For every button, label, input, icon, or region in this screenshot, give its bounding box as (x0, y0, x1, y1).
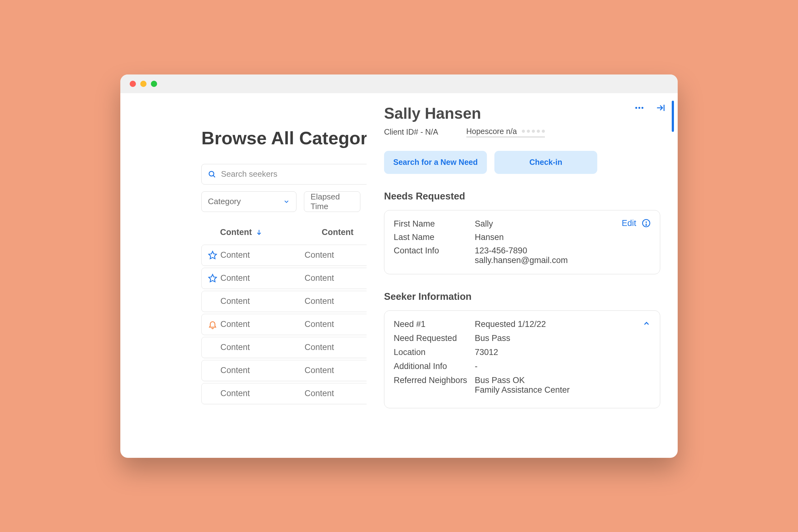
row-cell-1: Content (221, 297, 305, 306)
need-requested-value: Bus Pass (475, 334, 510, 343)
table-row[interactable]: ContentContent (202, 291, 366, 312)
row-cell-2: Content (305, 343, 334, 352)
svg-marker-4 (209, 274, 217, 282)
seeker-info-title: Seeker Information (384, 291, 660, 302)
need-requested-label: Need Requested (394, 334, 475, 343)
collapse-panel-icon[interactable] (656, 103, 665, 113)
row-cell-1: Content (221, 250, 305, 260)
chevron-down-icon (283, 198, 290, 205)
table-row[interactable]: ContentContent (202, 383, 366, 404)
table-row[interactable]: ContentContent (202, 268, 366, 289)
elapsed-time-filter[interactable]: Elapsed Time (304, 191, 360, 212)
referred-neighbor-1: Bus Pass OK (475, 376, 570, 385)
row-cell-2: Content (305, 365, 334, 375)
row-cell-2: Content (305, 297, 334, 306)
maximize-window-button[interactable] (151, 81, 157, 87)
info-circle-icon (642, 219, 650, 228)
svg-point-5 (635, 107, 637, 109)
referred-neighbors-label: Referred Neighbors (394, 376, 475, 385)
row-cell-1: Content (221, 365, 305, 375)
star-icon (208, 251, 221, 260)
client-id: Client ID# - N/A (384, 128, 438, 136)
page-title: Browse All Categories (202, 128, 360, 148)
row-cell-1: Content (221, 273, 305, 283)
sort-arrow-down-icon (255, 229, 263, 235)
row-cell-1: Content (221, 388, 305, 398)
contact-email: sally.hansen@gmail.com (475, 255, 568, 265)
app-window: Browse All Categories Category Elapsed T… (120, 75, 678, 458)
svg-line-1 (213, 175, 215, 177)
col-header-1[interactable]: Content (220, 228, 263, 237)
search-icon (208, 170, 216, 178)
svg-point-0 (209, 171, 214, 176)
contact-phone: 123-456-7890 (475, 246, 568, 255)
close-window-button[interactable] (130, 81, 136, 87)
star-icon (208, 274, 221, 283)
need-number-value: Requested 1/12/22 (475, 320, 546, 329)
minimize-window-button[interactable] (140, 81, 147, 87)
category-filter[interactable]: Category (202, 191, 297, 212)
svg-point-6 (639, 107, 640, 109)
table-row[interactable]: ContentContent (202, 360, 366, 381)
browse-panel: Browse All Categories Category Elapsed T… (120, 93, 366, 458)
table-row[interactable]: ContentContent (202, 245, 366, 266)
need-number-label: Need #1 (394, 320, 475, 329)
hopescore[interactable]: Hopescore n/a (466, 127, 545, 137)
first-name-value: Sally (475, 219, 493, 229)
table-row[interactable]: ContentContent (202, 314, 366, 335)
additional-info-label: Additional Info (394, 362, 475, 371)
additional-info-value: - (475, 362, 478, 371)
detail-panel: Sally Hansen Client ID# - N/A Hopescore … (366, 93, 678, 458)
chevron-up-icon[interactable] (643, 320, 650, 327)
needs-requested-title: Needs Requested (384, 191, 660, 202)
titlebar (120, 75, 678, 93)
search-box[interactable] (202, 164, 366, 185)
bell-icon (208, 320, 221, 329)
last-name-value: Hansen (475, 232, 504, 242)
seeker-info-card: Need #1Requested 1/12/22 Need RequestedB… (384, 310, 660, 408)
row-cell-2: Content (305, 273, 334, 283)
table-rows: ContentContentContentContentContentConte… (202, 245, 360, 404)
svg-point-12 (646, 224, 647, 225)
search-input[interactable] (221, 169, 366, 179)
first-name-label: First Name (394, 219, 475, 229)
row-cell-1: Content (221, 320, 305, 329)
contact-info-label: Contact Info (394, 246, 475, 265)
table-headers: Content Content (202, 228, 360, 237)
svg-marker-3 (209, 251, 217, 259)
hopescore-meter-icon (522, 130, 545, 133)
edit-button[interactable]: Edit (622, 218, 650, 228)
check-in-button[interactable]: Check-in (494, 151, 597, 174)
last-name-label: Last Name (394, 232, 475, 242)
client-name: Sally Hansen (384, 104, 660, 122)
col-header-2[interactable]: Content (322, 228, 354, 237)
category-filter-label: Category (208, 197, 241, 206)
svg-point-7 (642, 107, 643, 109)
more-options-icon[interactable] (634, 102, 645, 113)
row-cell-1: Content (221, 343, 305, 352)
location-label: Location (394, 347, 475, 357)
row-cell-2: Content (305, 250, 334, 260)
row-cell-2: Content (305, 320, 334, 329)
scrollbar[interactable] (672, 101, 674, 132)
table-row[interactable]: ContentContent (202, 337, 366, 358)
row-cell-2: Content (305, 388, 334, 398)
referred-neighbor-2: Family Assistance Center (475, 385, 570, 395)
needs-requested-card: Edit First NameSally Last NameHansen Con… (384, 210, 660, 274)
location-value: 73012 (475, 347, 498, 357)
search-new-need-button[interactable]: Search for a New Need (384, 151, 487, 174)
elapsed-time-filter-label: Elapsed Time (310, 192, 354, 211)
